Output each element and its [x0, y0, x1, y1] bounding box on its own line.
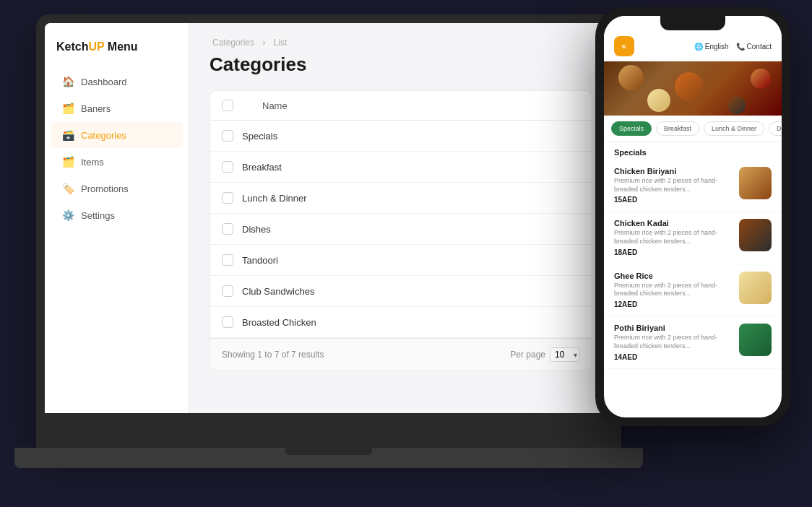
categories-table: Name Specials Breakfast Lunch & Dinner: [210, 90, 592, 371]
menu-item-image: [739, 167, 772, 199]
logo-accent: UP: [88, 40, 104, 53]
sidebar-item-dashboard[interactable]: 🏠 Dashboard: [51, 69, 183, 95]
table-row[interactable]: Club Sandwiches: [210, 276, 592, 307]
breadcrumb-parent: Categories: [212, 38, 254, 48]
breadcrumb-separator: ›: [262, 38, 265, 48]
sidebar-item-baners[interactable]: 🗂️ Baners: [51, 95, 183, 121]
menu-item-image: [739, 324, 772, 356]
list-item[interactable]: Chicken Kadai Premium rice with 2 pieces…: [604, 212, 782, 264]
breadcrumb: Categories › List: [210, 38, 592, 48]
category-name: Breakfast: [242, 162, 282, 173]
contact-button[interactable]: 📞 Contact: [736, 43, 772, 51]
phone-icon: 📞: [736, 43, 745, 51]
category-tab-specials[interactable]: Specials: [611, 121, 652, 136]
food-decoration: [675, 72, 704, 101]
sidebar-item-categories-label: Categories: [81, 130, 126, 141]
row-checkbox[interactable]: [222, 130, 233, 142]
phone-app-logo: K: [614, 36, 634, 56]
sidebar-item-items-label: Items: [81, 157, 104, 168]
table-row[interactable]: Tandoori: [210, 245, 592, 276]
table-row[interactable]: Dishes: [210, 214, 592, 245]
per-page-wrapper: 10 25 50: [550, 347, 580, 362]
menu-item-desc: Premium rice with 2 pieces of hand-bread…: [614, 177, 733, 194]
select-all-checkbox[interactable]: [222, 100, 233, 111]
menu-item-desc: Premium rice with 2 pieces of hand-bread…: [614, 229, 733, 246]
language-selector[interactable]: 🌐 English: [694, 43, 729, 51]
sidebar-item-settings-label: Settings: [81, 210, 115, 221]
menu-item-price: 18AED: [614, 248, 733, 256]
name-column-header: Name: [262, 100, 288, 111]
list-item[interactable]: Ghee Rice Premium rice with 2 pieces of …: [604, 264, 782, 316]
per-page-control: Per page 10 25 50: [510, 347, 580, 362]
laptop-screen: KetchUP Menu 🏠 Dashboard 🗂️ Baners 🗃️ Ca…: [45, 23, 613, 413]
menu-item-name: Pothi Biriyani: [614, 324, 733, 332]
menu-item-desc: Premium rice with 2 pieces of hand-bread…: [614, 334, 733, 350]
category-name: Tandoori: [242, 255, 278, 266]
menu-item-info: Pothi Biriyani Premium rice with 2 piece…: [614, 324, 733, 360]
pagination-info: Showing 1 to 7 of 7 results: [222, 350, 324, 360]
row-checkbox[interactable]: [222, 254, 233, 266]
items-icon: 🗂️: [62, 156, 74, 168]
sidebar-item-items[interactable]: 🗂️ Items: [51, 149, 183, 175]
row-checkbox[interactable]: [222, 192, 233, 204]
menu-item-price: 12AED: [614, 300, 733, 308]
contact-label: Contact: [747, 43, 772, 51]
sidebar-item-categories[interactable]: 🗃️ Categories: [51, 122, 183, 148]
sidebar-item-settings[interactable]: ⚙️ Settings: [51, 202, 183, 228]
per-page-select[interactable]: 10 25 50: [550, 347, 580, 362]
per-page-label: Per page: [510, 350, 545, 360]
row-checkbox[interactable]: [222, 316, 233, 328]
menu-item-info: Ghee Rice Premium rice with 2 pieces of …: [614, 272, 733, 308]
sidebar-item-baners-label: Baners: [81, 103, 111, 114]
phone-category-tabs: Specials Breakfast Lunch & Dinner Dish: [604, 116, 782, 142]
menu-item-price: 14AED: [614, 353, 733, 361]
scene: KetchUP Menu 🏠 Dashboard 🗂️ Baners 🗃️ Ca…: [0, 0, 812, 507]
list-item[interactable]: Chicken Biriyani Premium rice with 2 pie…: [604, 160, 782, 212]
category-name: Dishes: [242, 224, 271, 235]
row-checkbox[interactable]: [222, 285, 233, 297]
categories-icon: 🗃️: [62, 129, 74, 141]
menu-item-desc: Premium rice with 2 pieces of hand-bread…: [614, 282, 733, 298]
globe-icon: 🌐: [694, 43, 703, 51]
list-item[interactable]: Pothi Biriyani Premium rice with 2 piece…: [604, 316, 782, 368]
food-decoration: [727, 96, 746, 114]
category-name: Club Sandwiches: [242, 286, 314, 297]
food-decoration: [647, 89, 670, 112]
category-tab-lunch-dinner[interactable]: Lunch & Dinner: [704, 121, 764, 136]
laptop-base: [14, 448, 643, 468]
table-row[interactable]: Specials: [210, 121, 592, 152]
table-header: Name: [210, 91, 592, 121]
table-footer: Showing 1 to 7 of 7 results Per page 10 …: [210, 338, 592, 370]
menu-item-image: [739, 219, 772, 251]
phone-menu-list[interactable]: Chicken Biriyani Premium rice with 2 pie…: [604, 160, 782, 417]
category-name: Specials: [242, 131, 277, 142]
baners-icon: 🗂️: [62, 103, 74, 114]
menu-item-image: [739, 272, 772, 304]
menu-item-info: Chicken Biriyani Premium rice with 2 pie…: [614, 167, 733, 204]
sidebar-item-dashboard-label: Dashboard: [81, 77, 127, 87]
category-name: Broasted Chicken: [242, 317, 316, 328]
category-tab-breakfast[interactable]: Breakfast: [656, 121, 699, 136]
phone: K 🌐 English 📞 Contact: [595, 7, 790, 426]
table-row[interactable]: Broasted Chicken: [210, 307, 592, 338]
sidebar-item-promotions[interactable]: 🏷️ Promotions: [51, 176, 183, 202]
menu-item-name: Chicken Kadai: [614, 219, 733, 228]
hero-overlay: [604, 61, 782, 116]
table-row[interactable]: Breakfast: [210, 152, 592, 183]
phone-screen: K 🌐 English 📞 Contact: [604, 16, 782, 417]
app-logo: KetchUP Menu: [45, 35, 189, 68]
sidebar-item-promotions-label: Promotions: [81, 183, 129, 194]
row-checkbox[interactable]: [222, 223, 233, 235]
main-content: Categories › List Categories Name Specia…: [189, 23, 613, 413]
food-decoration: [618, 65, 644, 90]
category-tab-dish[interactable]: Dish: [769, 121, 782, 136]
phone-hero-image: [604, 61, 782, 116]
phone-section-title: Specials: [604, 142, 782, 160]
row-checkbox[interactable]: [222, 161, 233, 173]
menu-item-info: Chicken Kadai Premium rice with 2 pieces…: [614, 219, 733, 256]
page-title: Categories: [210, 53, 592, 76]
settings-icon: ⚙️: [62, 209, 74, 221]
table-row[interactable]: Lunch & Dinner: [210, 183, 592, 214]
menu-item-name: Ghee Rice: [614, 272, 733, 280]
dashboard-icon: 🏠: [62, 76, 74, 87]
